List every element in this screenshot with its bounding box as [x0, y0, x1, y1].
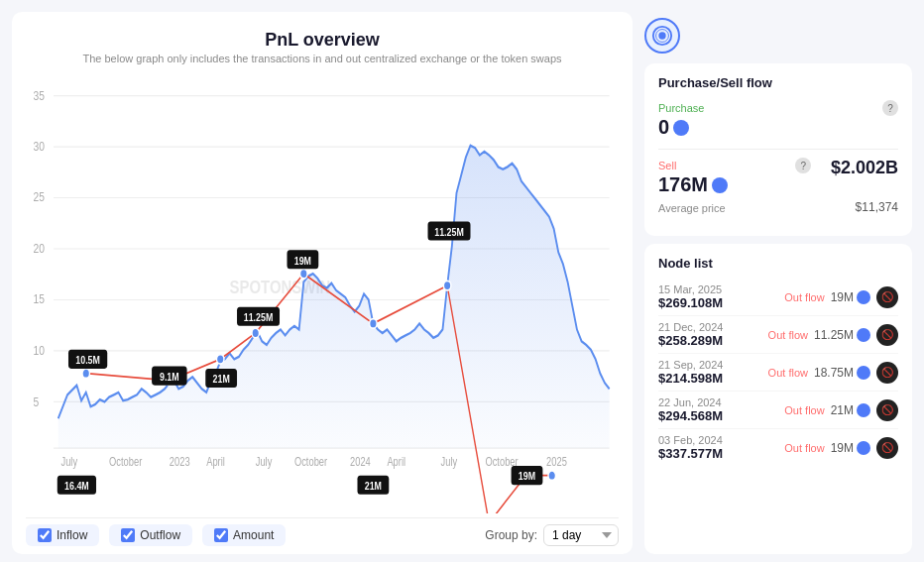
- node-coin-4: [857, 441, 870, 455]
- page-subtitle: The below graph only includes the transa…: [26, 53, 619, 64]
- svg-text:April: April: [206, 455, 225, 468]
- node-action-icon-3[interactable]: 🚫: [876, 399, 898, 421]
- sell-coin-icon: [712, 177, 728, 193]
- node-coin-0: [857, 290, 870, 304]
- y-axis-30: 30: [33, 138, 45, 154]
- group-by-select[interactable]: 1 day 1 week 1 month: [543, 524, 619, 546]
- y-axis-5: 5: [33, 394, 39, 410]
- svg-text:11.25M: 11.25M: [434, 226, 464, 238]
- svg-text:11.25M: 11.25M: [244, 311, 274, 323]
- legend-inflow[interactable]: Inflow: [26, 524, 99, 546]
- y-axis-15: 15: [33, 291, 45, 307]
- svg-text:2025: 2025: [546, 455, 567, 468]
- avg-price-value: $11,374: [856, 200, 898, 214]
- svg-text:2023: 2023: [170, 455, 190, 468]
- sell-left: Sell ? 176M: [658, 158, 811, 196]
- svg-text:19M: 19M: [519, 470, 535, 482]
- svg-point-25: [370, 319, 377, 329]
- sell-label: Sell ?: [658, 158, 811, 173]
- y-axis-25: 25: [33, 189, 45, 205]
- right-panel: Purchase/Sell flow Purchase ? 0: [644, 12, 912, 554]
- page-header: PnL overview The below graph only includ…: [26, 22, 619, 68]
- inflow-checkbox[interactable]: [38, 528, 52, 542]
- node-action-icon-4[interactable]: 🚫: [876, 437, 898, 459]
- y-axis-20: 20: [33, 240, 45, 256]
- sell-row: Sell ? 176M $2.002B: [658, 158, 898, 196]
- outflow-label: Outflow: [140, 528, 180, 542]
- node-item-1[interactable]: 21 Dec, 2024 $258.289M Out flow 11.25M 🚫: [658, 316, 898, 354]
- purchase-value: 0: [658, 116, 898, 139]
- svg-text:9.1M: 9.1M: [160, 371, 179, 383]
- chart-svg: 35 30 25 20 15 10 5 July October 202: [26, 74, 619, 513]
- svg-text:October: October: [109, 455, 143, 468]
- chart-footer: Inflow Outflow Amount Group by: 1 day 1 …: [26, 517, 619, 546]
- chart-area: 35 30 25 20 15 10 5 July October 202: [26, 74, 619, 513]
- svg-text:April: April: [387, 455, 405, 468]
- svg-text:10.5M: 10.5M: [75, 354, 100, 366]
- svg-point-53: [658, 32, 665, 39]
- amount-label: Amount: [233, 528, 274, 542]
- node-list-title: Node list: [658, 256, 898, 271]
- node-coin-3: [857, 403, 870, 417]
- node-item-3[interactable]: 22 Jun, 2024 $294.568M Out flow 21M 🚫: [658, 392, 898, 429]
- flow-card: Purchase/Sell flow Purchase ? 0: [644, 63, 912, 236]
- y-axis-10: 10: [33, 342, 45, 358]
- sell-right: $2.002B: [831, 158, 898, 178]
- outflow-checkbox[interactable]: [121, 528, 135, 542]
- node-list-card: Node list 15 Mar, 2025 $269.108M Out flo…: [644, 244, 912, 554]
- svg-text:19M: 19M: [294, 255, 311, 267]
- sell-value: 176M: [658, 173, 811, 196]
- svg-text:October: October: [294, 455, 328, 468]
- node-coin-2: [857, 366, 870, 380]
- sell-right-value: $2.002B: [831, 158, 898, 178]
- node-item-0[interactable]: 15 Mar, 2025 $269.108M Out flow 19M 🚫: [658, 279, 898, 316]
- group-by-label: Group by:: [485, 528, 537, 542]
- inflow-label: Inflow: [57, 528, 87, 542]
- svg-point-22: [216, 355, 223, 365]
- y-axis-35: 35: [33, 88, 45, 104]
- svg-text:16.4M: 16.4M: [64, 480, 89, 492]
- sell-section: Sell ? 176M $2.002B Average price $: [658, 158, 898, 214]
- node-action-icon-1[interactable]: 🚫: [876, 324, 898, 346]
- avg-price-label: Average price: [658, 202, 726, 214]
- svg-point-20: [82, 369, 89, 379]
- legend-outflow[interactable]: Outflow: [109, 524, 192, 546]
- purchase-help-icon[interactable]: ?: [882, 100, 898, 116]
- node-item-2[interactable]: 21 Sep, 2024 $214.598M Out flow 18.75M 🚫: [658, 354, 898, 392]
- node-item-4[interactable]: 03 Feb, 2024 $337.577M Out flow 19M 🚫: [658, 429, 898, 466]
- flow-card-title: Purchase/Sell flow: [658, 75, 898, 90]
- svg-text:July: July: [256, 455, 273, 468]
- divider: [658, 149, 898, 150]
- legend-amount[interactable]: Amount: [202, 524, 286, 546]
- svg-text:July: July: [61, 455, 78, 468]
- node-coin-1: [857, 328, 870, 342]
- svg-text:21M: 21M: [365, 480, 382, 492]
- purchase-label: Purchase ?: [658, 100, 898, 116]
- svg-text:2024: 2024: [350, 455, 371, 468]
- page-title: PnL overview: [26, 30, 619, 51]
- node-action-icon-0[interactable]: 🚫: [876, 286, 898, 308]
- purchase-section: Purchase ? 0: [658, 100, 898, 139]
- token-icon-row: [644, 12, 912, 56]
- token-icon: [644, 18, 680, 54]
- amount-checkbox[interactable]: [214, 528, 228, 542]
- svg-text:July: July: [441, 455, 458, 468]
- svg-point-26: [443, 281, 450, 290]
- svg-point-24: [300, 269, 307, 279]
- svg-point-29: [548, 471, 555, 481]
- purchase-coin-icon: [673, 120, 689, 136]
- group-by-control: Group by: 1 day 1 week 1 month: [485, 524, 619, 546]
- node-action-icon-2[interactable]: 🚫: [876, 362, 898, 384]
- sell-help-icon[interactable]: ?: [795, 158, 811, 173]
- svg-point-23: [252, 328, 259, 338]
- svg-text:21M: 21M: [213, 373, 230, 385]
